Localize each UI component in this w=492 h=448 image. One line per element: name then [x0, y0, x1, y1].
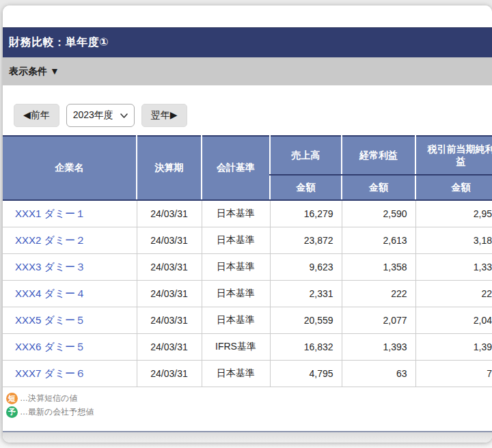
col-subheader-amount-ordinary: 金額 [342, 175, 415, 200]
next-year-button[interactable]: 翌年▶ [141, 104, 187, 127]
standard-cell: 日本基準 [202, 254, 270, 281]
standard-cell: 日本基準 [202, 361, 270, 387]
previous-year-button[interactable]: ◀前年 [14, 104, 59, 127]
financial-comparison-panel: 財務比較：単年度① 表示条件 ▼ ◀前年 2023年度 翌年▶ 企業名 決算期 … [3, 5, 492, 443]
period-cell: 24/03/31 [137, 254, 202, 281]
period-cell: 24/03/31 [137, 307, 202, 334]
ordinary-profit-cell: 1,393 [342, 334, 415, 361]
sales-amount-cell: 2,331 [270, 281, 342, 307]
legend-text-tanshin: …決算短信の値 [20, 393, 77, 404]
standard-cell: 日本基準 [202, 200, 270, 227]
pretax-profit-cell: 3,18 [415, 227, 492, 254]
col-header-ordinary-profit: 経常利益 [342, 136, 415, 175]
table-row: XXX6 ダミー５ 24/03/31 IFRS基準 16,832 1,393 1… [3, 334, 492, 361]
display-conditions-toggle[interactable]: 表示条件 ▼ [3, 57, 492, 85]
ordinary-profit-cell: 222 [342, 281, 415, 307]
display-conditions-label: 表示条件 ▼ [9, 66, 59, 78]
sales-amount-cell: 16,832 [270, 334, 342, 361]
table-container: 企業名 決算期 会計基準 売上高 経常利益 税引前当期純利益 金額 金額 金額 … [3, 135, 492, 387]
standard-cell: 日本基準 [202, 307, 270, 334]
sales-amount-cell: 4,795 [270, 361, 342, 387]
legend-item: 予 …最新の会社予想値 [6, 406, 492, 418]
chevron-down-icon [120, 113, 128, 118]
company-cell: XXX5 ダミー５ [3, 307, 137, 334]
standard-cell: IFRS基準 [202, 334, 270, 361]
ordinary-profit-cell: 2,077 [342, 307, 415, 334]
period-cell: 24/03/31 [137, 200, 202, 227]
period-cell: 24/03/31 [137, 281, 202, 307]
pretax-profit-cell: 1,39 [415, 334, 492, 361]
company-link[interactable]: XXX4 ダミー４ [15, 288, 85, 299]
sales-amount-cell: 20,559 [270, 307, 342, 334]
col-subheader-amount-sales: 金額 [270, 175, 342, 200]
page-title: 財務比較：単年度① [9, 36, 109, 50]
forecast-badge-icon: 予 [6, 406, 18, 418]
company-link[interactable]: XXX2 ダミー２ [15, 234, 85, 246]
period-cell: 24/03/31 [137, 227, 202, 254]
ordinary-profit-cell: 2,590 [342, 200, 415, 227]
company-link[interactable]: XXX3 ダミー３ [15, 261, 85, 272]
year-select-value: 2023年度 [73, 109, 113, 122]
period-cell: 24/03/31 [137, 361, 202, 387]
company-cell: XXX3 ダミー３ [3, 254, 137, 281]
company-cell: XXX6 ダミー５ [3, 334, 137, 361]
table-row: XXX3 ダミー３ 24/03/31 日本基準 9,623 1,358 1,33 [3, 254, 492, 281]
table-row: XXX2 ダミー２ 24/03/31 日本基準 23,872 2,613 3,1… [3, 227, 492, 254]
pretax-profit-cell: 2,04 [415, 307, 492, 334]
company-cell: XXX4 ダミー４ [3, 281, 137, 307]
period-cell: 24/03/31 [137, 334, 202, 361]
footer-bar [3, 431, 492, 443]
legend-text-forecast: …最新の会社予想値 [20, 406, 94, 418]
company-link[interactable]: XXX1 ダミー１ [15, 208, 85, 219]
ordinary-profit-cell: 63 [342, 361, 415, 387]
table-row: XXX4 ダミー４ 24/03/31 日本基準 2,331 222 22 [3, 281, 492, 307]
col-header-standard: 会計基準 [202, 136, 270, 200]
ordinary-profit-cell: 2,613 [342, 227, 415, 254]
col-header-sales: 売上高 [270, 136, 342, 175]
standard-cell: 日本基準 [202, 281, 270, 307]
sales-amount-cell: 23,872 [270, 227, 342, 254]
company-link[interactable]: XXX7 ダミー６ [15, 367, 85, 379]
table-row: XXX7 ダミー６ 24/03/31 日本基準 4,795 63 7 [3, 361, 492, 387]
year-navigation: ◀前年 2023年度 翌年▶ [3, 85, 492, 135]
pretax-profit-cell: 1,33 [415, 254, 492, 281]
tanshin-badge-icon: 短 [6, 393, 18, 404]
table-row: XXX5 ダミー５ 24/03/31 日本基準 20,559 2,077 2,0… [3, 307, 492, 334]
table-row: XXX1 ダミー１ 24/03/31 日本基準 16,279 2,590 2,9… [3, 200, 492, 227]
legend-item: 短 …決算短信の値 [6, 393, 492, 404]
col-header-company: 企業名 [3, 136, 137, 200]
sales-amount-cell: 9,623 [270, 254, 342, 281]
year-select[interactable]: 2023年度 [66, 104, 135, 127]
company-cell: XXX1 ダミー１ [3, 200, 137, 227]
company-link[interactable]: XXX6 ダミー５ [15, 341, 85, 352]
legend: 短 …決算短信の値 予 …最新の会社予想値 [3, 387, 492, 431]
pretax-profit-cell: 22 [415, 281, 492, 307]
col-subheader-amount-pretax: 金額 [415, 175, 492, 200]
col-header-period: 決算期 [137, 136, 202, 200]
col-header-pretax-profit: 税引前当期純利益 [415, 136, 492, 175]
company-cell: XXX7 ダミー６ [3, 361, 137, 387]
financial-comparison-table: 企業名 決算期 会計基準 売上高 経常利益 税引前当期純利益 金額 金額 金額 … [3, 135, 492, 387]
pretax-profit-cell: 7 [415, 361, 492, 387]
card-top-spacer [3, 5, 492, 27]
standard-cell: 日本基準 [202, 227, 270, 254]
ordinary-profit-cell: 1,358 [342, 254, 415, 281]
title-bar: 財務比較：単年度① [3, 27, 492, 57]
company-link[interactable]: XXX5 ダミー５ [15, 314, 85, 326]
company-cell: XXX2 ダミー２ [3, 227, 137, 254]
sales-amount-cell: 16,279 [270, 200, 342, 227]
pretax-profit-cell: 2,95 [415, 200, 492, 227]
